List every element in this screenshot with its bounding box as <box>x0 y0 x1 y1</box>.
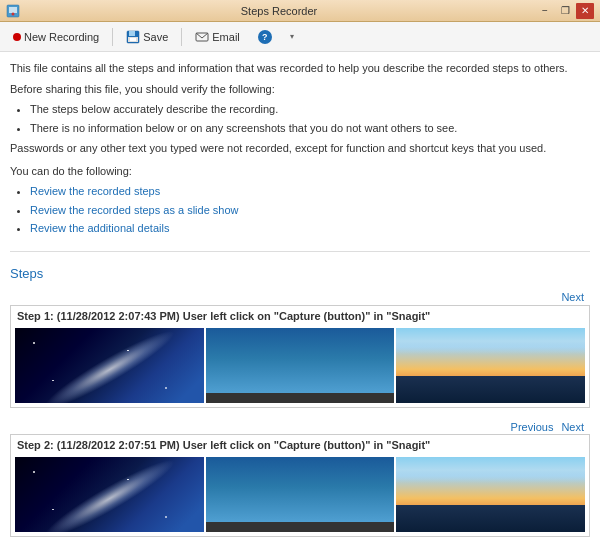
step-2-title: Step 2: (11/28/2012 2:07:51 PM) User lef… <box>11 435 589 455</box>
step-1-next-link[interactable]: Next <box>561 291 584 303</box>
window-controls: − ❐ ✕ <box>536 3 594 19</box>
link-review-details[interactable]: Review the additional details <box>30 222 169 234</box>
toolbar-divider-1 <box>112 28 113 46</box>
step-1-screenshot-1 <box>15 328 204 403</box>
description-intro: This file contains all the steps and inf… <box>10 60 590 77</box>
description-verify-list: The steps below accurately describe the … <box>30 101 590 136</box>
save-button[interactable]: Save <box>119 26 175 48</box>
step-1-screenshot-2 <box>206 328 395 403</box>
link-review-steps[interactable]: Review the recorded steps <box>30 185 160 197</box>
can-do-title: You can do the following: <box>10 163 590 180</box>
verify-item-1: The steps below accurately describe the … <box>30 101 590 118</box>
svg-rect-6 <box>130 38 136 41</box>
restore-button[interactable]: ❐ <box>556 3 574 19</box>
toolbar: New Recording Save Email ? ▾ <box>0 22 600 52</box>
email-icon <box>195 30 209 44</box>
step-2-label: Step 2: (11/28/2012 2:07:51 PM) User lef… <box>17 439 430 451</box>
help-button[interactable]: ? <box>251 26 279 48</box>
step-2-screenshot-2 <box>206 457 395 532</box>
minimize-button[interactable]: − <box>536 3 554 19</box>
links-section: You can do the following: Review the rec… <box>10 163 590 237</box>
dropdown-arrow-icon: ▾ <box>290 32 294 41</box>
help-icon: ? <box>258 30 272 44</box>
close-button[interactable]: ✕ <box>576 3 594 19</box>
step-2-wrapper: Previous Next Step 2: (11/28/2012 2:07:5… <box>10 420 590 537</box>
svg-rect-4 <box>129 31 135 36</box>
main-content: This file contains all the steps and inf… <box>0 52 600 542</box>
scroll-area[interactable]: This file contains all the steps and inf… <box>0 52 600 542</box>
step-2-screenshot-1 <box>15 457 204 532</box>
record-dot-icon <box>13 33 21 41</box>
step-2-nav-bottom: Previous Next <box>10 420 590 434</box>
verify-item-2: There is no information below or on any … <box>30 120 590 137</box>
description-section: This file contains all the steps and inf… <box>10 60 590 252</box>
app-icon <box>6 3 22 19</box>
step-1-nav-top: Next <box>10 289 590 305</box>
step-1-container: Step 1: (11/28/2012 2:07:43 PM) User lef… <box>10 305 590 408</box>
can-do-list: Review the recorded steps Review the rec… <box>30 183 590 237</box>
svg-rect-1 <box>9 7 17 13</box>
step-1-wrapper: Next Step 1: (11/28/2012 2:07:43 PM) Use… <box>10 289 590 408</box>
step-2-screenshot-3 <box>396 457 585 532</box>
step-2-container: Step 2: (11/28/2012 2:07:51 PM) User lef… <box>10 434 590 537</box>
step-1-screenshot-3 <box>396 328 585 403</box>
dropdown-button[interactable]: ▾ <box>283 28 301 45</box>
toolbar-divider-2 <box>181 28 182 46</box>
email-button[interactable]: Email <box>188 26 247 48</box>
title-bar: Steps Recorder − ❐ ✕ <box>0 0 600 22</box>
description-password-note: Passwords or any other text you typed we… <box>10 140 590 157</box>
step-1-title: Step 1: (11/28/2012 2:07:43 PM) User lef… <box>11 306 589 326</box>
link-review-slideshow[interactable]: Review the recorded steps as a slide sho… <box>30 204 239 216</box>
steps-header: Steps <box>10 262 590 281</box>
save-icon <box>126 30 140 44</box>
step-2-previous-link[interactable]: Previous <box>511 421 554 433</box>
title-text: Steps Recorder <box>22 5 536 17</box>
step-2-next-link[interactable]: Next <box>561 421 584 433</box>
step-1-screenshots <box>11 326 589 407</box>
step-1-label: Step 1: (11/28/2012 2:07:43 PM) User lef… <box>17 310 430 322</box>
step-2-screenshots <box>11 455 589 536</box>
new-recording-button[interactable]: New Recording <box>6 27 106 47</box>
description-verify-title: Before sharing this file, you should ver… <box>10 81 590 98</box>
svg-point-2 <box>12 12 15 15</box>
